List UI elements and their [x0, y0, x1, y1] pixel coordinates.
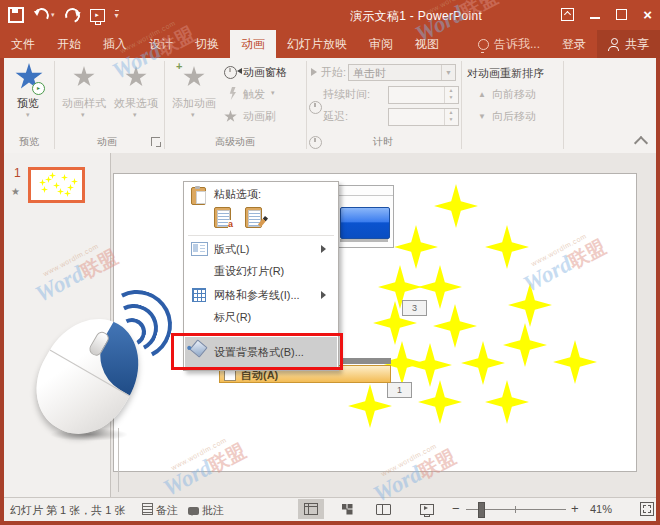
zoom-level[interactable]: 41% [590, 503, 612, 515]
menu-item-grid-guides[interactable]: 网格和参考线(I)... [185, 284, 337, 306]
share-label: 共享 [625, 36, 649, 53]
thumbnail-sparkle [67, 184, 74, 191]
maximize-icon[interactable] [616, 9, 627, 20]
group-label-advanced: 高级动画 [205, 135, 265, 149]
move-earlier-button[interactable]: 向前移动 [492, 87, 536, 102]
trigger-button[interactable]: 触发 [243, 87, 265, 102]
customize-qat-icon[interactable]: ▾ [115, 10, 119, 20]
animation-styles-star-icon [73, 66, 95, 88]
lightbulb-icon [478, 39, 489, 50]
thumbnail-sparkle [49, 172, 56, 179]
add-animation-button[interactable]: 添加动画 [172, 96, 216, 111]
group-label-timing: 计时 [355, 135, 411, 149]
red-annotation-box [171, 333, 343, 370]
close-icon[interactable]: × [643, 7, 652, 22]
slide-sorter-button[interactable] [334, 499, 360, 519]
ribbon-display-options-icon[interactable] [561, 8, 574, 21]
comments-button[interactable]: 批注 [188, 503, 224, 518]
redo-icon[interactable] [62, 5, 82, 25]
group-label-preview: 预览 [8, 135, 50, 149]
animation-pane-button[interactable]: 动画窗格 [243, 65, 287, 80]
tab-design[interactable]: 设计 [138, 30, 184, 58]
combo-dropdown-icon[interactable]: ▼ [441, 65, 455, 80]
zoom-in-button[interactable]: + [571, 501, 579, 516]
minimize-icon[interactable] [590, 17, 600, 19]
tab-slideshow[interactable]: 幻灯片放映 [276, 30, 358, 58]
reorder-title: 对动画重新排序 [467, 66, 544, 81]
tell-me-label: 告诉我... [494, 36, 540, 53]
animation-styles-button[interactable]: 动画样式 [62, 96, 106, 111]
tab-tell-me[interactable]: 告诉我... [467, 30, 551, 58]
menu-item-layout[interactable]: 版式(L) [185, 238, 337, 260]
undo-button[interactable]: ▾ [34, 8, 55, 23]
spinner-arrows-icon[interactable]: ▲▼ [444, 87, 457, 103]
duration-spinner[interactable]: ▲▼ [388, 86, 459, 104]
zoom-slider-thumb[interactable] [478, 502, 485, 518]
add-animation-plus-icon: + [176, 60, 182, 72]
thumbnail-sparkle [39, 179, 46, 186]
tab-insert[interactable]: 插入 [92, 30, 138, 58]
menu-item-reset-slide[interactable]: 重设幻灯片(R) [185, 260, 337, 282]
tab-view[interactable]: 视图 [404, 30, 450, 58]
animation-badge[interactable]: 3 [402, 300, 427, 316]
share-button[interactable]: 共享 [597, 30, 660, 58]
slide-embedded-panel [336, 185, 394, 248]
animation-dialog-launcher-icon[interactable] [151, 137, 160, 146]
window-title: 演示文稿1 - PowerPoint [350, 8, 482, 25]
animation-pane-arrow-icon [234, 68, 242, 74]
ribbon: ▸ 预览 ▾ 预览 动画样式 ▾ 效果选项 ▾ 动画 + 添加动画 ▾ 动画窗格… [0, 58, 660, 154]
start-label: 开始: [321, 65, 346, 80]
tab-animations[interactable]: 动画 [230, 30, 276, 58]
animation-painter-button[interactable]: 动画刷 [243, 109, 276, 124]
normal-view-button[interactable] [298, 499, 324, 519]
normal-view-icon [304, 503, 318, 515]
reading-view-button[interactable] [370, 499, 396, 519]
tab-home[interactable]: 开始 [46, 30, 92, 58]
collapse-ribbon-icon[interactable] [634, 136, 648, 150]
slide-thumbnail[interactable] [28, 167, 85, 203]
effect-options-star-icon [125, 66, 147, 88]
tab-review[interactable]: 审阅 [358, 30, 404, 58]
notes-button[interactable]: 备注 [142, 503, 178, 518]
paste-picture-icon[interactable] [242, 205, 266, 229]
effect-options-button[interactable]: 效果选项 [114, 96, 158, 111]
status-bar: 幻灯片 第 1 张，共 1 张 备注 批注 − + 41% [4, 497, 656, 522]
tab-file[interactable]: 文件 [0, 30, 46, 58]
save-icon[interactable] [8, 7, 24, 23]
start-combobox[interactable]: 单击时 ▼ [348, 64, 456, 81]
move-earlier-icon: ▲ [478, 90, 486, 99]
preview-button[interactable]: 预览 [17, 96, 39, 111]
grid-icon [192, 288, 206, 302]
start-icon [311, 68, 321, 76]
thumbnail-sparkle [61, 174, 68, 181]
start-value: 单击时 [353, 67, 386, 79]
move-later-button[interactable]: 向后移动 [492, 109, 536, 124]
move-later-icon: ▼ [478, 112, 486, 121]
delay-icon [309, 136, 322, 149]
slide-counter: 幻灯片 第 1 张，共 1 张 [10, 503, 126, 518]
paste-keep-text-icon[interactable]: a [211, 205, 235, 229]
thumbnail-sparkle [64, 190, 71, 197]
quick-access-toolbar: ▾ ▸ ▾ [8, 5, 119, 25]
layout-icon [191, 242, 208, 256]
animation-indicator-star-icon: ★ [11, 186, 20, 197]
animation-badge[interactable]: 1 [387, 382, 412, 398]
zoom-out-button[interactable]: − [452, 501, 460, 516]
fit-slide-button[interactable] [634, 499, 660, 519]
reading-view-icon [376, 504, 391, 515]
duration-icon [309, 101, 322, 114]
paste-options-header: 粘贴选项: [185, 185, 337, 203]
tab-transitions[interactable]: 切换 [184, 30, 230, 58]
sign-in-button[interactable]: 登录 [551, 30, 597, 58]
ribbon-tab-bar: 文件 开始 插入 设计 切换 动画 幻灯片放映 审阅 视图 告诉我... 登录 … [0, 30, 660, 58]
start-slideshow-icon[interactable]: ▸ [90, 9, 105, 22]
slideshow-view-button[interactable] [414, 499, 440, 519]
thumbnail-sparkle [53, 182, 60, 189]
add-animation-star-icon [183, 66, 205, 88]
slide-embedded-strip [341, 358, 391, 364]
delay-spinner[interactable]: ▲▼ [388, 108, 459, 126]
thumbnail-sparkle [41, 186, 48, 193]
submenu-arrow-icon [321, 291, 330, 299]
spinner-arrows-icon[interactable]: ▲▼ [444, 109, 457, 125]
menu-item-ruler[interactable]: 标尺(R) [185, 306, 337, 328]
